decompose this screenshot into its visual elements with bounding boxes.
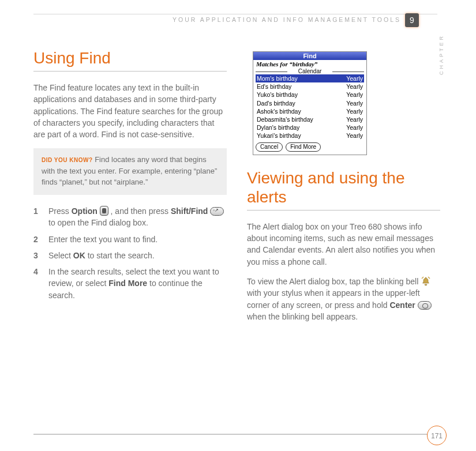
center-key-label: Center xyxy=(389,300,415,310)
tip-label: DID YOU KNOW? xyxy=(42,157,93,163)
find-result-row[interactable]: Ashok's birthdayYearly xyxy=(256,107,364,115)
right-column: Find Matches for “birthday” Calendar Mom… xyxy=(247,49,440,330)
bell-icon xyxy=(421,276,431,287)
step-3: Select OK to start the search. xyxy=(33,250,227,261)
did-you-know-box: DID YOU KNOW? Find locates any word that… xyxy=(33,148,227,195)
intro-paragraph: The Find feature locates any text in the… xyxy=(33,82,227,140)
heading-viewing-alerts: Viewing and using the alerts xyxy=(247,169,440,206)
find-matches-label: Matches for “birthday” xyxy=(253,60,366,68)
header-rule xyxy=(33,14,437,14)
shift-find-key-icon xyxy=(210,207,224,216)
option-key-icon xyxy=(100,206,108,216)
running-head: YOUR APPLICATION AND INFO MANAGEMENT TOO… xyxy=(0,16,401,23)
shift-find-key-label: Shift/Find xyxy=(171,206,208,216)
page-number: 171 xyxy=(427,426,447,445)
steps-list: Press Option , and then press Shift/Find… xyxy=(33,205,227,301)
heading-rule-2 xyxy=(247,210,440,211)
step-1: Press Option , and then press Shift/Find… xyxy=(33,205,227,229)
cancel-button[interactable]: Cancel xyxy=(256,142,283,152)
find-dialog-buttons: Cancel Find More xyxy=(253,141,366,155)
find-result-row[interactable]: Mom's birthdayYearly xyxy=(256,74,364,82)
find-more-label: Find More xyxy=(108,279,147,288)
chapter-number-badge: 9 xyxy=(405,13,419,27)
find-results-list: Mom's birthdayYearlyEd's birthdayYearlyY… xyxy=(253,74,366,141)
find-result-row[interactable]: Yuko's birthdayYearly xyxy=(256,91,364,99)
find-dialog-screenshot: Find Matches for “birthday” Calendar Mom… xyxy=(253,51,367,155)
find-result-row[interactable]: Ed's birthdayYearly xyxy=(256,82,364,91)
option-key-label: Option xyxy=(72,206,98,216)
ok-label: OK xyxy=(73,251,85,260)
step-2: Enter the text you want to find. xyxy=(33,234,227,245)
alerts-paragraph-1: The Alert dialog box on your Treo 680 sh… xyxy=(247,221,440,268)
find-more-button[interactable]: Find More xyxy=(286,142,321,152)
svg-line-1 xyxy=(428,277,430,279)
heading-using-find: Using Find xyxy=(33,49,227,67)
find-category-label: Calendar xyxy=(256,68,364,74)
center-key-icon xyxy=(418,301,432,310)
step-4: In the search results, select the text y… xyxy=(33,266,227,301)
left-column: Using Find The Find feature locates any … xyxy=(33,49,227,330)
svg-line-0 xyxy=(422,277,423,279)
find-dialog-title: Find xyxy=(253,52,366,60)
find-result-row[interactable]: Dad's birthdayYearly xyxy=(256,99,364,107)
find-result-row[interactable]: Yukari's birthdayYearly xyxy=(256,131,364,140)
alerts-paragraph-2: To view the Alert dialog box, tap the bl… xyxy=(247,276,440,322)
find-result-row[interactable]: Debasmita's birthdayYearly xyxy=(256,115,364,123)
footer-rule xyxy=(33,434,442,435)
find-result-row[interactable]: Dylan's birthdayYearly xyxy=(256,123,364,131)
content-area: Using Find The Find feature locates any … xyxy=(33,49,442,330)
heading-rule xyxy=(33,71,227,72)
